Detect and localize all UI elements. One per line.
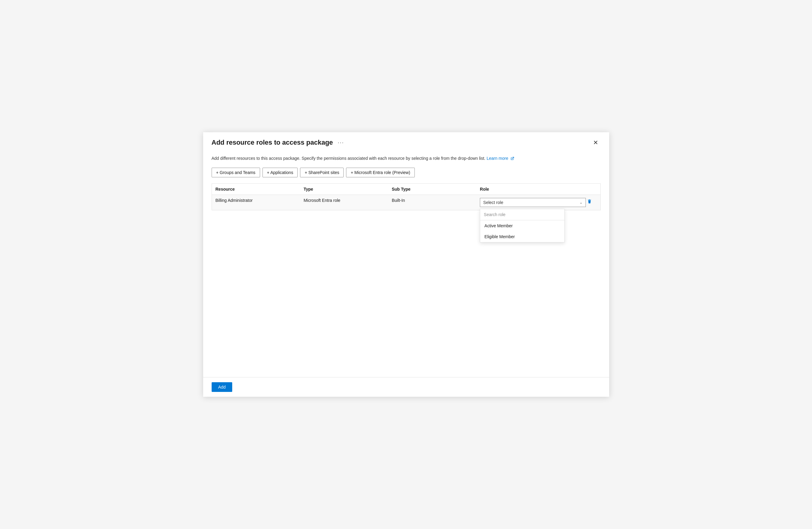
table-row: Billing Administrator Microsoft Entra ro… <box>212 195 600 210</box>
add-button[interactable]: Add <box>212 382 233 392</box>
header-actions <box>586 187 597 192</box>
select-role-label: Select role <box>483 200 503 205</box>
trash-icon <box>587 199 592 204</box>
select-role-button[interactable]: Select role ⌄ <box>480 198 585 207</box>
header-resource: Resource <box>216 187 304 192</box>
table-header: Resource Type Sub Type Role <box>212 184 600 195</box>
dropdown-item-active-member[interactable]: Active Member <box>480 220 564 231</box>
learn-more-link[interactable]: Learn more <box>487 156 514 161</box>
dialog-title: Add resource roles to access package <box>212 138 333 146</box>
resource-table: Resource Type Sub Type Role Billing Admi… <box>212 183 601 210</box>
close-button[interactable]: ✕ <box>591 138 601 147</box>
header-role: Role <box>480 187 585 192</box>
delete-row-button[interactable] <box>586 198 593 205</box>
cell-delete <box>586 198 597 205</box>
sharepoint-sites-button[interactable]: + SharePoint sites <box>300 168 344 177</box>
add-resource-roles-dialog: Add resource roles to access package ···… <box>203 132 609 397</box>
header-sub-type: Sub Type <box>392 187 480 192</box>
role-dropdown-menu: Active Member Eligible Member <box>480 209 565 243</box>
dialog-title-row: Add resource roles to access package ··· <box>212 138 346 146</box>
dialog-footer: Add <box>203 377 609 397</box>
header-type: Type <box>304 187 392 192</box>
ellipsis-button[interactable]: ··· <box>336 139 346 146</box>
dialog-body: Add different resources to this access p… <box>203 152 609 377</box>
description-text: Add different resources to this access p… <box>212 155 601 162</box>
search-role-input[interactable] <box>480 209 564 220</box>
cell-sub-type: Built-In <box>392 198 480 203</box>
resource-type-buttons: + Groups and Teams + Applications + Shar… <box>212 168 601 177</box>
groups-and-teams-button[interactable]: + Groups and Teams <box>212 168 260 177</box>
chevron-down-icon: ⌄ <box>579 200 582 205</box>
microsoft-entra-role-button[interactable]: + Microsoft Entra role (Preview) <box>346 168 415 177</box>
cell-role: Select role ⌄ Active Member Eligible Mem… <box>480 198 585 207</box>
cell-resource: Billing Administrator <box>216 198 304 203</box>
dialog-header: Add resource roles to access package ···… <box>203 132 609 152</box>
cell-type: Microsoft Entra role <box>304 198 392 203</box>
external-link-icon <box>510 157 514 160</box>
applications-button[interactable]: + Applications <box>262 168 298 177</box>
dropdown-item-eligible-member[interactable]: Eligible Member <box>480 231 564 242</box>
